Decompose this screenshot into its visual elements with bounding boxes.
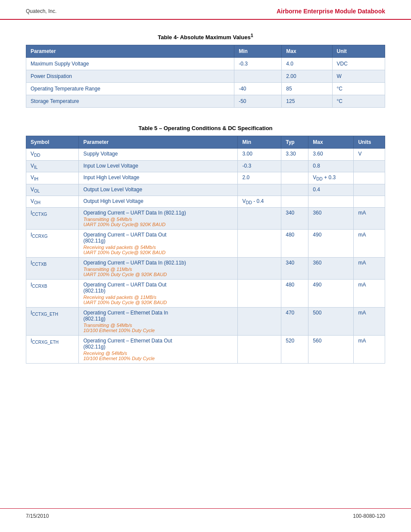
max-cell: 0.8 [308,160,354,172]
table4-header-row: Parameter Min Max Unit [26,45,385,58]
units-cell: mA [354,230,385,258]
param-note: Transmitting @ 11Mb/sUART 100% Duty Cycl… [83,267,233,277]
table-row: Storage Temperature -50 125 °C [26,95,385,108]
parameter-cell: Operating Current – UART Data In (802.11… [79,258,238,280]
param-note: Receiving valid packets @ 11MB/sUART 100… [83,295,233,305]
parameter-cell: Operating Current – UART Data Out(802.11… [79,230,238,258]
units-cell: mA [354,336,385,364]
table-row: ICCTXG Operating Current – UART Data In … [26,208,385,230]
min-cell [238,184,281,196]
symbol-cell: ICCRXB [26,280,79,308]
col-parameter: Parameter [26,45,234,58]
typ-cell: 340 [281,208,308,230]
typ-cell: 480 [281,280,308,308]
param-max: 125 [282,95,332,108]
col5-max: Max [308,136,354,149]
param-note: Receiving @ 54Mb/s10/100 Ethernet 100% D… [83,351,233,361]
table-row: ICCRXB Operating Current – UART Data Out… [26,280,385,308]
table5-header-row: Symbol Parameter Min Typ Max Units [26,136,385,149]
units-cell [354,196,385,207]
param-note: Transmitting @ 54Mb/sUART 100% Duty Cycl… [83,217,233,227]
table-row: Operating Temperature Range -40 85 °C [26,83,385,95]
param-min [234,70,282,83]
col5-min: Min [238,136,281,149]
footer-date: 7/15/2010 [26,513,49,519]
col-unit: Unit [332,45,385,58]
typ-cell: 470 [281,308,308,336]
table4-section: Table 4- Absolute Maximum Values1 Parame… [26,33,385,108]
param-note: Transmitting @ 54Mb/s10/100 Ethernet 100… [83,323,233,333]
param-name: Power Dissipation [26,70,234,83]
col-max: Max [282,45,332,58]
symbol-cell: VOL [26,184,79,196]
min-cell: 3.00 [238,149,281,160]
min-cell [238,230,281,258]
parameter-cell: Operating Current – UART Data In (802.11… [79,208,238,230]
typ-cell [281,160,308,172]
param-main: Output High Level Voltage [83,198,143,204]
param-unit: °C [332,95,385,108]
col5-symbol: Symbol [26,136,79,149]
units-cell [354,172,385,184]
units-cell: mA [354,208,385,230]
param-max: 85 [282,83,332,95]
typ-cell [281,196,308,207]
param-main: Output Low Level Voltage [83,187,142,193]
table-row: Maximum Supply Voltage -0.3 4.0 VDC [26,58,385,70]
units-cell: mA [354,258,385,280]
parameter-cell: Input High Level Voltage [79,172,238,184]
units-cell [354,184,385,196]
symbol-cell: ICCTXB [26,258,79,280]
table4-title: Table 4- Absolute Maximum Values1 [26,33,385,40]
col-min: Min [234,45,282,58]
param-main: Supply Voltage [83,151,118,157]
typ-cell: 480 [281,230,308,258]
page-header: Quatech, Inc. Airborne Enterprise Module… [0,0,411,20]
col5-typ: Typ [281,136,308,149]
parameter-cell: Output High Level Voltage [79,196,238,207]
max-cell: 3.60 [308,149,354,160]
param-name: Operating Temperature Range [26,83,234,95]
param-unit: °C [332,83,385,95]
max-cell: 360 [308,208,354,230]
parameter-cell: Supply Voltage [79,149,238,160]
typ-cell [281,172,308,184]
typ-cell: 3.30 [281,149,308,160]
param-main: Operating Current – UART Data Out(802.11… [83,232,166,244]
param-main: Operating Current – UART Data Out(802.11… [83,282,166,294]
table-row: ICCRXG_ETH Operating Current – Ethernet … [26,336,385,364]
col5-parameter: Parameter [79,136,238,149]
param-unit: W [332,70,385,83]
param-max: 4.0 [282,58,332,70]
company-name: Quatech, Inc. [26,8,56,14]
parameter-cell: Input Low Level Voltage [79,160,238,172]
footer-doc-number: 100-8080-120 [353,513,385,519]
table-row: Power Dissipation 2.00 W [26,70,385,83]
table-row: VIH Input High Level Voltage 2.0 VDD + 0… [26,172,385,184]
param-min: -40 [234,83,282,95]
param-max: 2.00 [282,70,332,83]
typ-cell: 340 [281,258,308,280]
min-cell [238,280,281,308]
typ-cell [281,184,308,196]
parameter-cell: Operating Current – UART Data Out(802.11… [79,280,238,308]
param-main: Operating Current – Ethernet Data In(802… [83,310,168,322]
param-main: Operating Current – Ethernet Data Out(80… [83,338,172,350]
min-cell: 2.0 [238,172,281,184]
max-cell: 490 [308,280,354,308]
param-main: Input High Level Voltage [83,174,139,180]
parameter-cell: Operating Current – Ethernet Data In(802… [79,308,238,336]
table-row: ICCTXG_ETH Operating Current – Ethernet … [26,308,385,336]
symbol-cell: ICCRXG_ETH [26,336,79,364]
table4: Parameter Min Max Unit Maximum Supply Vo… [26,45,385,108]
symbol-cell: VIH [26,172,79,184]
units-cell: mA [354,280,385,308]
parameter-cell: Output Low Level Voltage [79,184,238,196]
symbol-cell: VDD [26,149,79,160]
param-unit: VDC [332,58,385,70]
min-cell [238,208,281,230]
symbol-cell: ICCTXG_ETH [26,308,79,336]
param-min: -0.3 [234,58,282,70]
symbol-cell: VOH [26,196,79,207]
max-cell: 0.4 [308,184,354,196]
